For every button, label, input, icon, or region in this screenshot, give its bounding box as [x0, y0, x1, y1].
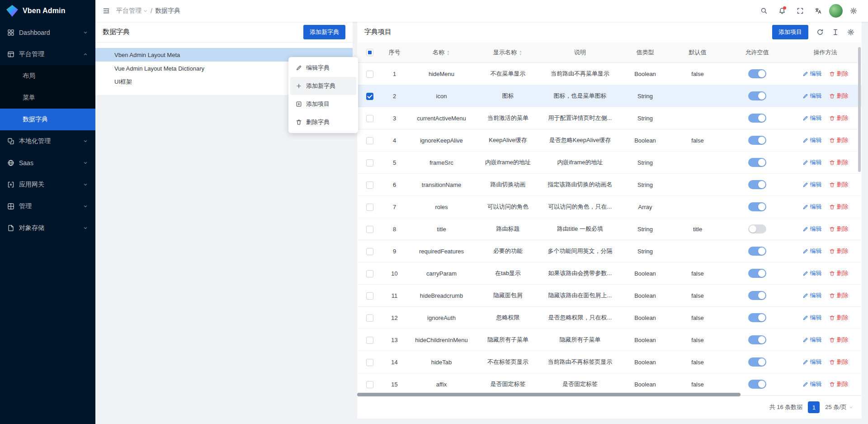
sidebar-subitem-data-dictionary[interactable]: 数据字典: [0, 109, 95, 130]
page-size-select[interactable]: 25 条/页: [825, 403, 854, 411]
sidebar-item-dashboard[interactable]: Dashboard: [0, 22, 95, 43]
row-checkbox[interactable]: [366, 204, 373, 211]
add-dictionary-button[interactable]: 添加新字典: [303, 25, 345, 39]
allow-empty-toggle[interactable]: [748, 335, 766, 344]
table-row: 9requiredFeatures必要的功能多个功能间用英文，分隔String编…: [357, 240, 862, 262]
menu-fold-icon[interactable]: [103, 7, 110, 14]
edit-button[interactable]: 编辑: [802, 181, 822, 189]
delete-button[interactable]: 删除: [829, 247, 849, 255]
allow-empty-toggle[interactable]: [748, 247, 766, 256]
edit-button[interactable]: 编辑: [802, 92, 822, 100]
allow-empty-toggle[interactable]: [748, 313, 766, 322]
row-checkbox[interactable]: [366, 381, 373, 388]
allow-empty-toggle[interactable]: [748, 180, 766, 189]
delete-button[interactable]: 删除: [829, 70, 849, 78]
user-avatar[interactable]: [829, 4, 843, 18]
row-checkbox[interactable]: [366, 159, 373, 167]
delete-button[interactable]: 删除: [829, 136, 849, 144]
row-checkbox[interactable]: [366, 292, 373, 300]
notification-button[interactable]: [775, 4, 789, 18]
sidebar-item-saas[interactable]: Saas: [0, 152, 95, 174]
settings-button[interactable]: [846, 4, 861, 18]
sort-icons[interactable]: [519, 50, 523, 56]
fullscreen-button[interactable]: [793, 4, 807, 18]
row-checkbox[interactable]: [366, 93, 373, 100]
edit-button[interactable]: 编辑: [802, 336, 822, 344]
delete-button[interactable]: 删除: [829, 158, 849, 167]
allow-empty-toggle[interactable]: [748, 114, 766, 123]
translate-button[interactable]: [811, 4, 826, 18]
breadcrumb-parent[interactable]: 平台管理: [116, 7, 148, 15]
delete-button[interactable]: 删除: [829, 225, 849, 233]
context-menu-item-add-item[interactable]: 添加项目: [290, 95, 356, 113]
delete-button[interactable]: 删除: [829, 380, 849, 388]
allow-empty-toggle[interactable]: [748, 380, 766, 389]
add-item-button[interactable]: 添加项目: [772, 25, 808, 39]
row-checkbox[interactable]: [366, 270, 373, 277]
delete-button[interactable]: 删除: [829, 181, 849, 189]
row-checkbox[interactable]: [366, 314, 373, 322]
edit-button[interactable]: 编辑: [802, 70, 822, 78]
edit-button[interactable]: 编辑: [802, 247, 822, 255]
delete-button[interactable]: 删除: [829, 114, 849, 122]
select-all-checkbox[interactable]: [366, 49, 373, 56]
edit-button[interactable]: 编辑: [802, 380, 822, 388]
sidebar-item-management[interactable]: 管理: [0, 195, 95, 217]
trash-icon: [829, 381, 835, 387]
context-menu-item-delete-dict[interactable]: 删除字典: [290, 113, 356, 131]
horizontal-scrollbar[interactable]: [357, 393, 741, 396]
search-button[interactable]: [757, 4, 771, 18]
row-checkbox[interactable]: [366, 226, 373, 233]
row-checkbox[interactable]: [366, 359, 373, 366]
allow-empty-toggle[interactable]: [748, 224, 766, 233]
edit-button[interactable]: 编辑: [802, 358, 822, 366]
row-height-icon[interactable]: [832, 29, 839, 36]
vertical-scrollbar[interactable]: [858, 47, 861, 172]
row-checkbox[interactable]: [366, 248, 373, 255]
refresh-icon[interactable]: [816, 29, 824, 36]
sidebar-item-gateway[interactable]: 应用网关: [0, 174, 95, 195]
allow-empty-toggle[interactable]: [748, 269, 766, 278]
edit-button[interactable]: 编辑: [802, 291, 822, 300]
delete-button[interactable]: 删除: [829, 269, 849, 277]
delete-button[interactable]: 删除: [829, 203, 849, 211]
edit-button[interactable]: 编辑: [802, 203, 822, 211]
row-checkbox[interactable]: [366, 181, 373, 189]
allow-empty-toggle[interactable]: [748, 69, 766, 78]
sidebar-item-object-storage[interactable]: 对象存储: [0, 217, 95, 239]
allow-empty-toggle[interactable]: [748, 136, 766, 145]
context-menu-item-add-dict[interactable]: 添加新字典: [290, 77, 356, 95]
dict-item-label: UI框架: [114, 78, 132, 86]
sidebar-item-localization[interactable]: 本地化管理: [0, 130, 95, 152]
allow-empty-toggle[interactable]: [748, 91, 766, 100]
edit-button[interactable]: 编辑: [802, 269, 822, 277]
row-checkbox[interactable]: [366, 115, 373, 122]
context-menu-item-edit-dict[interactable]: 编辑字典: [290, 59, 356, 77]
allow-empty-toggle[interactable]: [748, 202, 766, 211]
edit-button[interactable]: 编辑: [802, 158, 822, 167]
delete-button[interactable]: 删除: [829, 358, 849, 366]
edit-button[interactable]: 编辑: [802, 314, 822, 322]
sidebar-subitem-layout[interactable]: 布局: [0, 65, 95, 87]
sidebar-item-platform[interactable]: 平台管理: [0, 43, 95, 65]
delete-label: 删除: [837, 314, 849, 322]
row-checkbox[interactable]: [366, 137, 373, 144]
edit-button[interactable]: 编辑: [802, 225, 822, 233]
edit-button[interactable]: 编辑: [802, 136, 822, 144]
table-settings-icon[interactable]: [847, 29, 854, 36]
logo[interactable]: Vben Admin: [0, 0, 95, 22]
allow-empty-toggle[interactable]: [748, 357, 766, 367]
allow-empty-toggle[interactable]: [748, 291, 766, 300]
delete-button[interactable]: 删除: [829, 92, 849, 100]
delete-button[interactable]: 删除: [829, 314, 849, 322]
row-checkbox[interactable]: [366, 337, 373, 344]
sort-icons[interactable]: [446, 50, 450, 56]
sidebar-subitem-menu[interactable]: 菜单: [0, 87, 95, 109]
allow-empty-toggle[interactable]: [748, 158, 766, 167]
delete-button[interactable]: 删除: [829, 291, 849, 300]
delete-button[interactable]: 删除: [829, 336, 849, 344]
edit-button[interactable]: 编辑: [802, 114, 822, 122]
row-checkbox[interactable]: [366, 71, 373, 78]
page-number-button[interactable]: 1: [808, 401, 820, 413]
cell-name: transitionName: [407, 174, 476, 196]
